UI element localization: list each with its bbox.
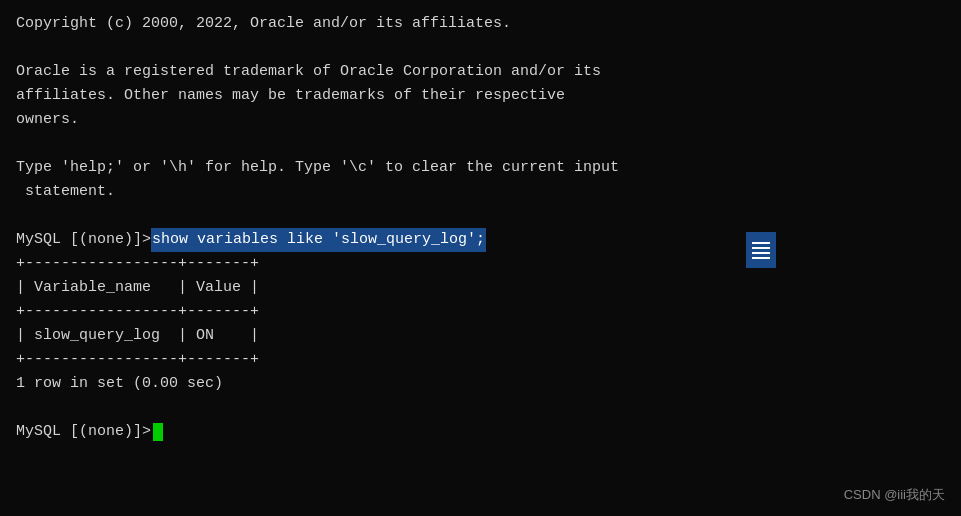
- table-border-2: +-----------------+-------+: [16, 300, 945, 324]
- trademark-line-3: owners.: [16, 108, 945, 132]
- cursor-block: [153, 423, 163, 441]
- blank-line-2: [16, 132, 945, 156]
- blank-line-4: [16, 396, 945, 420]
- copy-icon-line-1: [752, 242, 770, 244]
- copy-icon-button[interactable]: [746, 232, 776, 268]
- empty-prompt-text: MySQL [(none)]>: [16, 420, 151, 444]
- table-row-data: | slow_query_log | ON |: [16, 324, 945, 348]
- trademark-line-1: Oracle is a registered trademark of Orac…: [16, 60, 945, 84]
- table-header: | Variable_name | Value |: [16, 276, 945, 300]
- copy-icon-line-3: [752, 252, 770, 254]
- trademark-line-2: affiliates. Other names may be trademark…: [16, 84, 945, 108]
- row-count-line: 1 row in set (0.00 sec): [16, 372, 945, 396]
- command-text: show variables like 'slow_query_log';: [151, 228, 486, 252]
- copy-icon-line-4: [752, 257, 770, 259]
- table-border-3: +-----------------+-------+: [16, 348, 945, 372]
- copy-icon-line-2: [752, 247, 770, 249]
- blank-line-3: [16, 204, 945, 228]
- prompt-text: MySQL [(none)]>: [16, 228, 151, 252]
- blank-line-1: [16, 36, 945, 60]
- help-line-2: statement.: [16, 180, 945, 204]
- watermark: CSDN @iii我的天: [844, 485, 945, 506]
- command-prompt-line: MySQL [(none)]> show variables like 'slo…: [16, 228, 945, 252]
- terminal-content: Copyright (c) 2000, 2022, Oracle and/or …: [16, 12, 945, 504]
- help-line-1: Type 'help;' or '\h' for help. Type '\c'…: [16, 156, 945, 180]
- table-border-1: +-----------------+-------+: [16, 252, 945, 276]
- empty-prompt-line: MySQL [(none)]>: [16, 420, 945, 444]
- copyright-line: Copyright (c) 2000, 2022, Oracle and/or …: [16, 12, 945, 36]
